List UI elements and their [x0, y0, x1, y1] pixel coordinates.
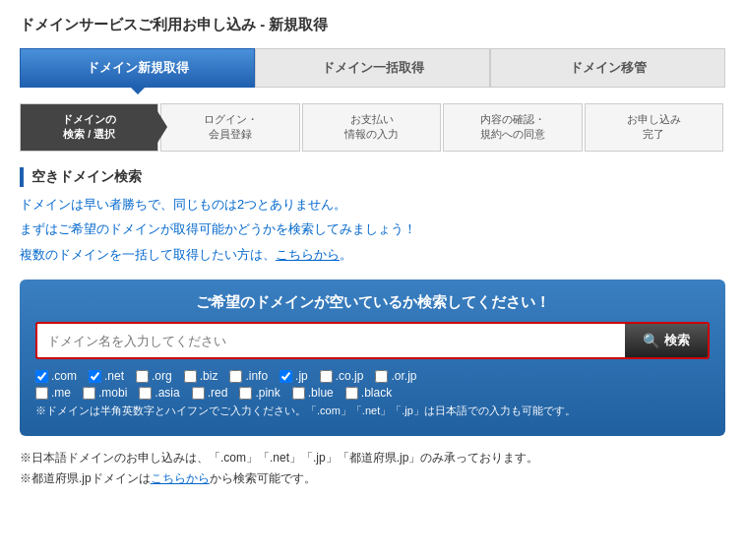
checkbox-jp[interactable]: .jp	[279, 369, 308, 383]
tab-new-domain[interactable]: ドメイン新規取得	[20, 48, 255, 88]
checkbox-net[interactable]: .net	[89, 369, 124, 383]
step-search: ドメインの検索 / 選択	[20, 103, 158, 152]
checkbox-co-jp[interactable]: .co.jp	[320, 369, 364, 383]
page-title: ドメインサービスご利用お申し込み - 新規取得	[20, 16, 725, 34]
steps-bar: ドメインの検索 / 選択 ログイン・会員登録 お支払い情報の入力 内容の確認・規…	[20, 103, 725, 152]
checkbox-me[interactable]: .me	[35, 386, 71, 400]
tab-transfer-domain[interactable]: ドメイン移管	[490, 48, 725, 88]
info-prefix-3: 複数のドメインを一括して取得したい方は、	[20, 247, 276, 262]
search-box-container: ご希望のドメインが空いているか検索してください！ 🔍 検索 .com .net …	[20, 280, 725, 436]
footer-notes: ※日本語ドメインのお申し込みは、「.com」「.net」「.jp」「都道府県.j…	[20, 448, 725, 488]
checkbox-row-2: .me .mobi .asia .red .pink .blue .black	[35, 386, 710, 400]
section-heading-text: 空きドメイン検索	[31, 168, 142, 186]
checkbox-note: ※ドメインは半角英数字とハイフンでご入力ください。「.com」「.net」「.j…	[35, 404, 710, 418]
search-icon: 🔍	[643, 333, 659, 348]
tab-bulk-domain[interactable]: ドメイン一括取得	[255, 48, 490, 88]
info-text-1: ドメインは早い者勝ちで、同じものは2つとありません。	[20, 195, 725, 216]
step-complete: お申し込み完了	[585, 103, 723, 152]
checkbox-or-jp[interactable]: .or.jp	[375, 369, 416, 383]
bulk-link[interactable]: こちらから	[276, 247, 340, 262]
step-payment: お支払い情報の入力	[302, 103, 441, 152]
tab-bar: ドメイン新規取得 ドメイン一括取得 ドメイン移管	[20, 48, 725, 88]
checkbox-biz[interactable]: .biz	[184, 369, 218, 383]
page-container: ドメインサービスご利用お申し込み - 新規取得 ドメイン新規取得 ドメイン一括取…	[0, 0, 745, 560]
footer-note-1: ※日本語ドメインのお申し込みは、「.com」「.net」「.jp」「都道府県.j…	[20, 448, 725, 467]
prefectural-link[interactable]: こちらから	[151, 471, 210, 485]
checkbox-row-1: .com .net .org .biz .info .jp .co.jp .or…	[35, 369, 710, 383]
search-button-label: 検索	[664, 332, 690, 349]
info-text-2: まずはご希望のドメインが取得可能かどうかを検索してみましょう！	[20, 219, 725, 240]
info-suffix-3: 。	[340, 247, 352, 262]
checkbox-asia[interactable]: .asia	[139, 386, 179, 400]
search-input[interactable]	[37, 326, 625, 356]
checkbox-com[interactable]: .com	[35, 369, 77, 383]
checkbox-mobi[interactable]: .mobi	[83, 386, 127, 400]
step-login: ログイン・会員登録	[160, 103, 299, 152]
step-confirm: 内容の確認・規約への同意	[443, 103, 582, 152]
checkbox-black[interactable]: .black	[345, 386, 392, 400]
footer-note-2: ※都道府県.jpドメインはこちらからから検索可能です。	[20, 468, 725, 488]
checkbox-org[interactable]: .org	[136, 369, 172, 383]
checkbox-section: .com .net .org .biz .info .jp .co.jp .or…	[35, 369, 710, 418]
section-heading-bar	[20, 167, 24, 187]
footer-note-2-suffix: から検索可能です。	[210, 471, 316, 485]
info-text-3: 複数のドメインを一括して取得したい方は、こちらから。	[20, 245, 725, 266]
checkbox-info[interactable]: .info	[229, 369, 268, 383]
section-heading: 空きドメイン検索	[20, 167, 725, 187]
search-button[interactable]: 🔍 検索	[625, 324, 708, 357]
checkbox-blue[interactable]: .blue	[292, 386, 334, 400]
search-row: 🔍 検索	[35, 322, 710, 359]
search-box-title: ご希望のドメインが空いているか検索してください！	[35, 293, 710, 312]
checkbox-red[interactable]: .red	[192, 386, 228, 400]
checkbox-pink[interactable]: .pink	[239, 386, 279, 400]
footer-note-2-prefix: ※都道府県.jpドメインは	[20, 471, 151, 485]
